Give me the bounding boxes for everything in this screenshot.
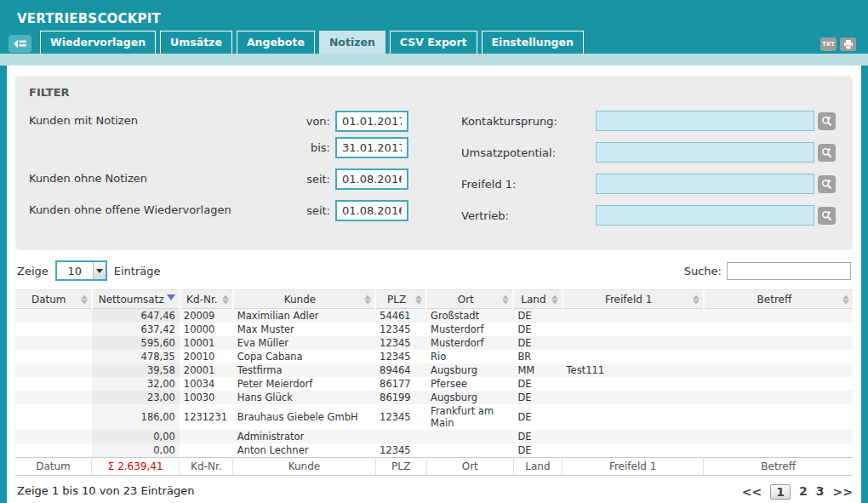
- table-row[interactable]: 478,3520010Copa Cabana12345RioBR: [15, 350, 853, 363]
- printer-icon: [843, 40, 854, 49]
- filter-row: Kunden ohne offene Wiedervorlagenseit:: [29, 200, 408, 226]
- column-header-freifeld-1[interactable]: Freifeld 1: [562, 290, 704, 309]
- collapse-icon: [14, 39, 26, 49]
- tab-ums-tze[interactable]: Umsätze: [160, 31, 232, 54]
- date-field-prefix: seit:: [303, 173, 330, 186]
- date-input[interactable]: [335, 137, 408, 158]
- tab-csv-export[interactable]: CSV Export: [390, 31, 477, 54]
- app-title: VERTRIEBSCOCKPIT: [17, 11, 161, 26]
- table-body: 647,4620009Maximilian Adler54461Großstad…: [15, 309, 853, 458]
- filter-left-column: Kunden mit Notizenvon:bis:Kunden ohne No…: [29, 111, 434, 237]
- cell-kunde: Copa Cabana: [233, 350, 375, 363]
- table-row[interactable]: 647,4620009Maximilian Adler54461Großstad…: [15, 309, 853, 323]
- tab-wiedervorlagen[interactable]: Wiedervorlagen: [40, 31, 156, 54]
- page-size-select[interactable]: 10: [55, 260, 107, 281]
- cell-nettoumsatz: 595,60: [92, 336, 180, 350]
- table-row[interactable]: 23,0010030Hans Glück86199AugsburgDE: [15, 391, 853, 404]
- cell-freifeld-1: [562, 323, 704, 336]
- page-2[interactable]: 2: [799, 484, 808, 500]
- main-content: FILTER Kunden mit Notizenvon:bis:Kunden …: [7, 66, 861, 503]
- sort-both-icon: [502, 291, 509, 307]
- date-field-prefix: von:: [303, 115, 330, 128]
- column-header-ort[interactable]: Ort: [426, 290, 513, 309]
- cell-betreff: [704, 391, 853, 404]
- cell-nettoumsatz: 647,46: [92, 309, 180, 323]
- lookup-search-button[interactable]: [818, 112, 836, 130]
- tab-einstellungen[interactable]: Einstellungen: [482, 31, 584, 54]
- date-input[interactable]: [335, 111, 408, 132]
- column-header-land[interactable]: Land: [513, 290, 562, 309]
- cell-ort: [426, 430, 513, 443]
- vertriebscockpit-app: VERTRIEBSCOCKPIT WiedervorlagenUmsätzeAn…: [0, 0, 868, 503]
- magnifier-plus-icon: [821, 210, 832, 221]
- lookup-search-button[interactable]: [818, 144, 836, 162]
- pagination-prev[interactable]: <<: [742, 485, 762, 499]
- filter-lookup-row: Kontaktursprung:: [461, 111, 836, 131]
- lookup-search-button[interactable]: [818, 175, 836, 193]
- cell-ort: Musterdorf: [426, 336, 513, 350]
- table-row[interactable]: 186,001231231Brauhaus Giebele GmbH12345F…: [15, 404, 853, 430]
- table-row[interactable]: 0,00AdministratorDE: [15, 430, 853, 443]
- cell-plz: 86177: [375, 377, 426, 391]
- pagination: << 123 >>: [734, 484, 853, 500]
- cell-kunde: Hans Glück: [233, 391, 375, 404]
- footer-cell-2: Kd-Nr.: [180, 458, 233, 476]
- tabs: WiedervorlagenUmsätzeAngeboteNotizenCSV …: [40, 31, 588, 54]
- table-row[interactable]: 32,0010034Peter Meierdorf86177PferseeDE: [15, 377, 853, 391]
- cell-betreff: [704, 377, 853, 391]
- cell-datum: [15, 391, 92, 404]
- date-input[interactable]: [335, 169, 408, 190]
- sort-both-icon: [415, 291, 422, 307]
- sort-both-icon: [81, 291, 88, 307]
- cell-plz: 12345: [375, 323, 426, 336]
- pagination-next[interactable]: >>: [833, 485, 853, 499]
- column-header-betreff[interactable]: Betreff: [704, 290, 853, 309]
- cell-datum: [15, 377, 92, 391]
- lookup-input[interactable]: [596, 205, 814, 226]
- lookup-input[interactable]: [596, 142, 814, 163]
- tab-notizen[interactable]: Notizen: [319, 31, 385, 54]
- column-header-plz[interactable]: PLZ: [375, 290, 426, 309]
- print-button[interactable]: [840, 37, 856, 51]
- cell-freifeld-1: [562, 430, 704, 443]
- magnifier-plus-icon: [821, 179, 832, 190]
- sort-both-icon: [693, 291, 700, 307]
- search-input[interactable]: [727, 262, 851, 280]
- page-1[interactable]: 1: [770, 484, 791, 500]
- cell-ort: Frankfurt am Main: [426, 404, 513, 430]
- sort-both-icon: [842, 291, 849, 307]
- table-row[interactable]: 0,00Anton Lechner12345DE: [15, 443, 853, 458]
- table-row[interactable]: 39,5820001Testfirma89464AugsburgMMTest11…: [15, 363, 853, 377]
- cell-kunde: Brauhaus Giebele GmbH: [233, 404, 375, 430]
- date-input[interactable]: [335, 200, 408, 221]
- cell-ort: Pfersee: [426, 377, 513, 391]
- sort-both-icon: [551, 291, 558, 307]
- zeige-label: Zeige: [17, 265, 49, 277]
- page-3[interactable]: 3: [816, 484, 825, 500]
- lookup-input[interactable]: [596, 174, 814, 194]
- cell-betreff: [704, 404, 853, 430]
- sum-value: Σ 2.639,41: [108, 460, 163, 472]
- cell-land: DE: [513, 430, 562, 443]
- filter-lookup-row: Vertrieb:: [461, 205, 836, 226]
- filter-row-label: Kunden ohne Notizen: [29, 169, 303, 195]
- lookup-input[interactable]: [596, 111, 814, 131]
- tab-angebote[interactable]: Angebote: [237, 31, 315, 54]
- table-row[interactable]: 637,4210000Max Muster12345MusterdorfDE: [15, 323, 853, 336]
- cell-freifeld-1: [562, 443, 704, 458]
- date-field-prefix: seit:: [303, 204, 330, 217]
- date-field-prefix: bis:: [303, 141, 330, 154]
- txt-export-button[interactable]: TXT: [820, 37, 837, 51]
- column-header-kunde[interactable]: Kunde: [233, 290, 375, 309]
- lookup-search-button[interactable]: [818, 207, 836, 225]
- column-header-datum[interactable]: Datum: [15, 290, 92, 309]
- cell-betreff: [704, 363, 853, 377]
- column-header-kd-nr-[interactable]: Kd-Nr.: [180, 290, 233, 309]
- table-header-row: DatumNettoumsatzKd-Nr.KundePLZOrtLandFre…: [15, 290, 853, 309]
- sort-both-icon: [222, 291, 229, 307]
- cell-freifeld-1: Test111: [562, 363, 704, 377]
- column-header-nettoumsatz[interactable]: Nettoumsatz: [92, 290, 180, 309]
- table-row[interactable]: 595,6010001Eva Müller12345MusterdorfDE: [15, 336, 853, 350]
- cell-freifeld-1: [562, 404, 704, 430]
- collapse-sidebar-button[interactable]: [9, 35, 31, 53]
